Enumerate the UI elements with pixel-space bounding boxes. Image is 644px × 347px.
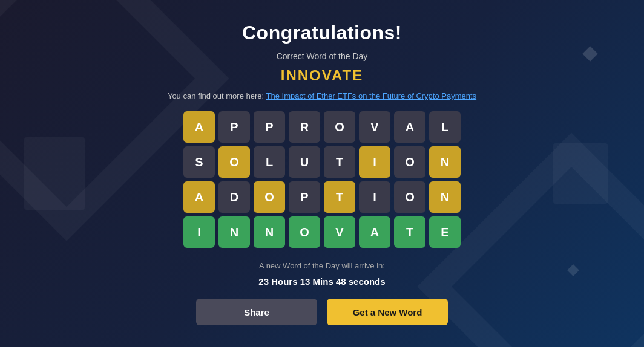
tile-r1-c7: N: [429, 146, 461, 178]
bg-diamond-bottom: [567, 264, 579, 276]
tile-r0-c4: O: [324, 111, 355, 143]
article-link[interactable]: The Impact of Ether ETFs on the Future o…: [266, 91, 477, 100]
bg-decoration-right: [553, 143, 608, 204]
timer-value: 23 Hours 13 Mins 48 seconds: [258, 276, 385, 287]
tile-r0-c0: A: [183, 111, 215, 143]
timer-label: A new Word of the Day will arrive in:: [259, 261, 385, 270]
correct-word: INNOVATE: [281, 67, 363, 84]
tile-r0-c1: P: [218, 111, 250, 143]
main-content: Congratulations! Correct Word of the Day…: [168, 22, 476, 325]
bg-decoration-left: [24, 137, 85, 210]
link-prefix: You can find out more here:: [168, 91, 264, 100]
tile-r1-c0: S: [183, 146, 215, 178]
tile-r1-c2: L: [254, 146, 285, 178]
game-grid: APPROVALSOLUTIONADOPTIONINNOVATE: [183, 111, 461, 248]
tile-r3-c2: N: [254, 216, 285, 248]
tile-r3-c4: V: [324, 216, 355, 248]
tile-r2-c4: T: [324, 181, 355, 213]
tile-r2-c2: O: [254, 181, 285, 213]
bg-diamond-top: [582, 46, 597, 61]
correct-word-label: Correct Word of the Day: [277, 51, 368, 61]
tile-r0-c2: P: [254, 111, 285, 143]
share-button[interactable]: Share: [196, 299, 317, 325]
grid-row-3: INNOVATE: [183, 216, 461, 248]
tile-r3-c6: T: [394, 216, 426, 248]
grid-row-0: APPROVAL: [183, 111, 461, 143]
congratulations-title: Congratulations!: [242, 22, 402, 44]
tile-r3-c3: O: [289, 216, 320, 248]
grid-row-1: SOLUTION: [183, 146, 461, 178]
tile-r1-c4: T: [324, 146, 355, 178]
tile-r2-c5: I: [359, 181, 390, 213]
tile-r3-c0: I: [183, 216, 215, 248]
tile-r2-c1: D: [218, 181, 250, 213]
tile-r1-c5: I: [359, 146, 390, 178]
grid-row-2: ADOPTION: [183, 181, 461, 213]
tile-r0-c6: A: [394, 111, 426, 143]
action-buttons: Share Get a New Word: [196, 299, 448, 325]
tile-r1-c1: O: [218, 146, 250, 178]
tile-r0-c3: R: [289, 111, 320, 143]
tile-r0-c7: L: [429, 111, 461, 143]
tile-r3-c1: N: [218, 216, 250, 248]
tile-r0-c5: V: [359, 111, 390, 143]
tile-r3-c5: A: [359, 216, 390, 248]
tile-r2-c0: A: [183, 181, 215, 213]
tile-r1-c6: O: [394, 146, 426, 178]
tile-r2-c7: N: [429, 181, 461, 213]
new-word-button[interactable]: Get a New Word: [327, 299, 448, 325]
link-container: You can find out more here: The Impact o…: [168, 91, 476, 100]
tile-r2-c6: O: [394, 181, 426, 213]
tile-r3-c7: E: [429, 216, 461, 248]
tile-r2-c3: P: [289, 181, 320, 213]
tile-r1-c3: U: [289, 146, 320, 178]
